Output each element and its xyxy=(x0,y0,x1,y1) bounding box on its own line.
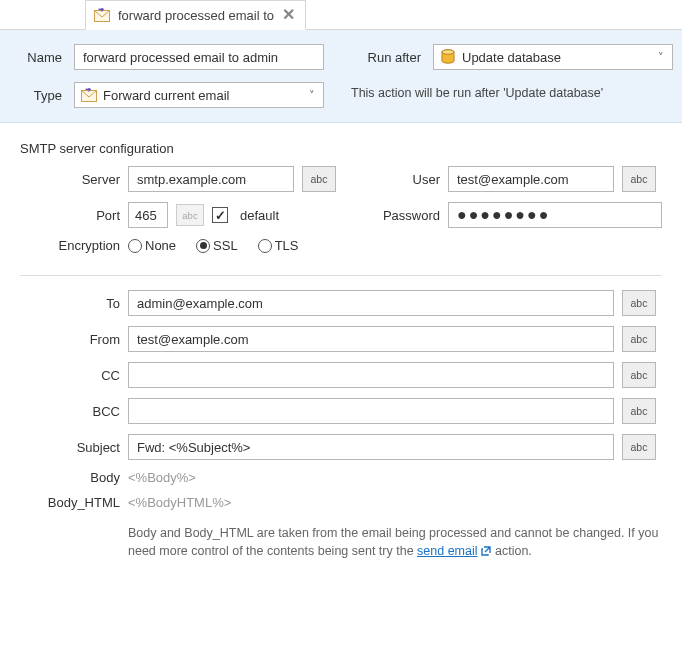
envelope-forward-icon xyxy=(94,8,110,22)
from-abc-button[interactable]: abc xyxy=(622,326,656,352)
bodyhtml-value: <%BodyHTML%> xyxy=(128,495,662,510)
email-fields-section: To abc From abc CC abc BCC abc Subject a… xyxy=(0,276,682,582)
port-abc-button[interactable]: abc xyxy=(176,204,204,226)
smtp-section: SMTP server configuration Server abc Use… xyxy=(0,123,682,261)
type-dropdown[interactable]: Forward current email ˅ xyxy=(74,82,324,108)
tab-forward-email[interactable]: forward processed email to ✕ xyxy=(85,0,306,30)
cc-label: CC xyxy=(20,368,120,383)
enc-tls-label: TLS xyxy=(275,238,299,253)
cc-abc-button[interactable]: abc xyxy=(622,362,656,388)
name-input[interactable] xyxy=(74,44,324,70)
server-abc-button[interactable]: abc xyxy=(302,166,336,192)
type-label: Type xyxy=(20,88,62,103)
runafter-value: Update database xyxy=(462,50,666,65)
radio-icon xyxy=(196,239,210,253)
to-input[interactable] xyxy=(128,290,614,316)
enc-ssl-label: SSL xyxy=(213,238,238,253)
body-note: Body and Body_HTML are taken from the em… xyxy=(128,524,662,562)
svg-point-2 xyxy=(442,50,454,54)
bcc-label: BCC xyxy=(20,404,120,419)
runafter-dropdown[interactable]: Update database ˅ xyxy=(433,44,673,70)
type-value: Forward current email xyxy=(103,88,317,103)
cc-input[interactable] xyxy=(128,362,614,388)
radio-icon xyxy=(128,239,142,253)
user-label: User xyxy=(350,172,440,187)
subject-label: Subject xyxy=(20,440,120,455)
bcc-input[interactable] xyxy=(128,398,614,424)
name-label: Name xyxy=(20,50,62,65)
default-label: default xyxy=(240,208,279,223)
bcc-abc-button[interactable]: abc xyxy=(622,398,656,424)
port-label: Port xyxy=(20,208,120,223)
encryption-label: Encryption xyxy=(20,238,120,253)
subject-input[interactable] xyxy=(128,434,614,460)
body-label: Body xyxy=(20,470,120,485)
close-icon[interactable]: ✕ xyxy=(282,7,295,23)
user-abc-button[interactable]: abc xyxy=(622,166,656,192)
to-label: To xyxy=(20,296,120,311)
chevron-down-icon: ˅ xyxy=(309,89,315,102)
smtp-title: SMTP server configuration xyxy=(20,141,662,156)
server-input[interactable] xyxy=(128,166,294,192)
from-input[interactable] xyxy=(128,326,614,352)
envelope-forward-icon xyxy=(81,88,97,102)
body-value: <%Body%> xyxy=(128,470,662,485)
tab-label: forward processed email to xyxy=(118,8,274,23)
external-link-icon xyxy=(480,544,492,562)
chevron-down-icon: ˅ xyxy=(658,51,664,64)
default-checkbox[interactable] xyxy=(212,207,228,223)
radio-icon xyxy=(258,239,272,253)
send-email-link[interactable]: send email xyxy=(417,544,491,558)
encryption-none-radio[interactable]: None xyxy=(128,238,176,253)
tab-strip: forward processed email to ✕ xyxy=(0,0,682,30)
encryption-ssl-radio[interactable]: SSL xyxy=(196,238,238,253)
enc-none-label: None xyxy=(145,238,176,253)
server-label: Server xyxy=(20,172,120,187)
bodyhtml-label: Body_HTML xyxy=(20,495,120,510)
encryption-tls-radio[interactable]: TLS xyxy=(258,238,299,253)
runafter-label: Run after xyxy=(351,50,421,65)
from-label: From xyxy=(20,332,120,347)
user-input[interactable] xyxy=(448,166,614,192)
note-text-pre: Body and Body_HTML are taken from the em… xyxy=(128,526,658,558)
password-label: Password xyxy=(350,208,440,223)
password-input[interactable] xyxy=(448,202,662,228)
note-text-post: action. xyxy=(492,544,532,558)
database-icon xyxy=(440,49,456,65)
port-input[interactable] xyxy=(128,202,168,228)
to-abc-button[interactable]: abc xyxy=(622,290,656,316)
subject-abc-button[interactable]: abc xyxy=(622,434,656,460)
header-panel: Name Run after Update database ˅ Type xyxy=(0,30,682,123)
runafter-helper-text: This action will be run after 'Update da… xyxy=(351,85,682,102)
